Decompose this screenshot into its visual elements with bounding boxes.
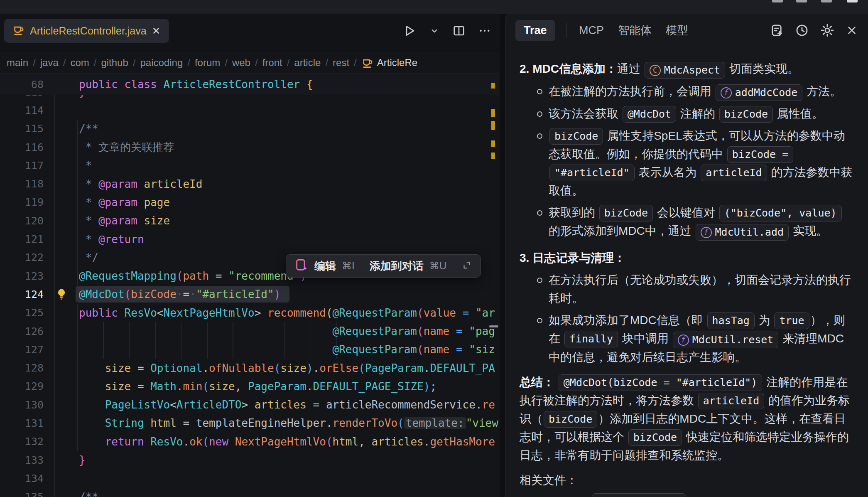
code-reference-chip[interactable]: fMdcUtil.reset xyxy=(673,332,779,348)
line-number[interactable]: 128 xyxy=(0,362,54,374)
code-line-120[interactable]: 120 * @param size xyxy=(0,212,500,230)
ai-tab-mcp[interactable]: MCP xyxy=(577,20,606,41)
split-editor-icon[interactable] xyxy=(452,24,466,37)
breadcrumb-file[interactable]: ArticleRe xyxy=(361,57,417,69)
code-line-119[interactable]: 119 * @param page xyxy=(0,193,500,212)
code-reference-chip[interactable]: hasTag xyxy=(707,312,755,329)
code-reference-chip[interactable]: true xyxy=(774,312,809,329)
breadcrumb-item[interactable]: front xyxy=(262,57,282,69)
line-number[interactable]: 116 xyxy=(0,141,54,153)
line-number[interactable]: 125 xyxy=(0,307,54,319)
edit-action-button[interactable]: 编辑 xyxy=(314,259,336,273)
code-reference-chip[interactable]: bizCode xyxy=(719,106,773,123)
code-line-130[interactable]: 130 PageListVo<ArticleDTO> articles = ar… xyxy=(0,396,500,414)
code-line-121[interactable]: 121 * @return xyxy=(0,230,500,248)
line-number[interactable]: 130 xyxy=(0,399,54,411)
breadcrumb-item[interactable]: rest xyxy=(333,57,349,69)
code-reference-chip[interactable]: bizCode xyxy=(549,128,603,145)
new-chat-icon[interactable] xyxy=(770,23,784,37)
chevron-down-icon[interactable] xyxy=(429,25,440,36)
breadcrumb-item[interactable]: main xyxy=(7,57,28,69)
code-line-134[interactable]: 134 xyxy=(0,469,500,487)
code-line-131[interactable]: 131 String html = templateEngineHelper.r… xyxy=(0,414,500,432)
code-reference-chip[interactable]: bizCode xyxy=(628,429,682,446)
code-text: size = Optional.ofNullable(size).orElse(… xyxy=(54,362,495,374)
code-line-124[interactable]: 124@MdcDot(bizCode·=·"#articleId") xyxy=(0,285,500,303)
code-line-127[interactable]: 127 @RequestParam(name = "siz xyxy=(0,340,500,359)
code-reference-chip[interactable]: articleId xyxy=(701,165,767,181)
code-reference-chip[interactable]: ("bizCode", value) xyxy=(719,205,842,221)
run-icon[interactable] xyxy=(402,24,417,38)
line-number[interactable]: 134 xyxy=(0,472,54,485)
code-reference-chip[interactable]: bizCode xyxy=(599,205,653,221)
line-number[interactable]: 113 xyxy=(0,95,54,98)
code-line-132[interactable]: 132 return ResVo.ok(new NextPageHtmlVo(h… xyxy=(0,433,500,451)
code-reference-chip[interactable]: @MdcDot xyxy=(623,106,676,123)
line-number[interactable]: 122 xyxy=(0,251,54,263)
line-number[interactable]: 132 xyxy=(0,435,54,448)
code-reference-chip[interactable]: finally xyxy=(564,331,618,347)
sticky-scroll-line[interactable]: 68public class ArticleRestController { xyxy=(0,74,500,95)
close-icon[interactable] xyxy=(846,24,858,37)
code-line-128[interactable]: 128 size = Optional.ofNullable(size).orE… xyxy=(0,359,500,377)
editor-tab-article-rest-controller[interactable]: ArticleRestController.java xyxy=(4,19,169,43)
code-reference-chip[interactable]: faddMdcCode xyxy=(716,84,803,101)
breadcrumb-item[interactable]: paicoding xyxy=(140,57,183,69)
code-reference-chip[interactable]: bizCode xyxy=(544,411,597,428)
line-number[interactable]: 68 xyxy=(0,79,54,91)
line-number[interactable]: 119 xyxy=(0,196,54,208)
line-number[interactable]: 117 xyxy=(0,160,54,172)
history-icon[interactable] xyxy=(795,23,809,37)
more-icon[interactable] xyxy=(478,24,491,37)
code-line-115[interactable]: 115/** xyxy=(0,120,500,138)
line-number[interactable]: 120 xyxy=(0,215,54,227)
code-line-126[interactable]: 126 @RequestParam(name = "pag xyxy=(0,322,500,340)
line-number[interactable]: 115 xyxy=(0,123,54,135)
line-number[interactable]: 126 xyxy=(0,325,54,337)
code-line-117[interactable]: 117 * xyxy=(0,156,500,175)
code-reference-chip[interactable]: fMdcUtil.add xyxy=(696,224,789,241)
breadcrumb-item[interactable]: article xyxy=(294,57,321,69)
ai-edit-icon xyxy=(294,258,309,274)
code-reference-chip[interactable]: articleId xyxy=(698,393,764,409)
close-tab-icon[interactable] xyxy=(152,26,161,35)
line-number[interactable]: 121 xyxy=(0,233,54,245)
code-line-133[interactable]: 133} xyxy=(0,451,500,469)
code-line-114[interactable]: 114 xyxy=(0,101,500,119)
line-number[interactable]: 131 xyxy=(0,417,54,429)
code-reference-chip[interactable]: bizCode = xyxy=(727,146,793,163)
lightbulb-icon[interactable] xyxy=(55,288,68,303)
settings-icon[interactable] xyxy=(820,23,835,38)
code-reference-chip[interactable]: MdcDot.java xyxy=(592,493,687,497)
line-number[interactable]: 118 xyxy=(0,178,54,190)
chat-paragraph: 相关文件： xyxy=(520,471,853,490)
breadcrumb-item[interactable]: forum xyxy=(195,57,220,69)
ai-chat-panel: TraeMCP智能体模型 2. MDC信息添加：通过 CMdcAspect 切面… xyxy=(505,14,868,497)
line-number[interactable]: 114 xyxy=(0,104,54,116)
line-number[interactable]: 127 xyxy=(0,344,54,356)
breadcrumb-item[interactable]: github xyxy=(101,57,128,69)
code-line-68[interactable]: 68public class ArticleRestController { xyxy=(0,74,500,95)
breadcrumb-item[interactable]: web xyxy=(232,57,250,69)
line-number[interactable]: 129 xyxy=(0,380,54,392)
line-number[interactable]: 123 xyxy=(0,270,54,282)
add-to-chat-button[interactable]: 添加到对话 xyxy=(370,259,424,273)
ai-tab-模型[interactable]: 模型 xyxy=(664,19,690,42)
code-line-118[interactable]: 118 * @param articleId xyxy=(0,175,500,193)
breadcrumb-item[interactable]: java xyxy=(40,57,59,69)
code-reference-chip[interactable]: @MdcDot(bizCode = "#articleId") xyxy=(559,374,763,391)
breadcrumb-item[interactable]: com xyxy=(70,57,89,69)
line-number[interactable]: 124 xyxy=(0,288,54,300)
code-line-113[interactable]: 113} xyxy=(0,95,500,101)
line-number[interactable]: 135 xyxy=(0,491,54,497)
code-line-129[interactable]: 129 size = Math.min(size, PageParam.DEFA… xyxy=(0,377,500,396)
code-line-135[interactable]: 135/** xyxy=(0,488,500,497)
code-reference-chip[interactable]: CMdcAspect xyxy=(645,62,725,79)
ai-tab-智能体[interactable]: 智能体 xyxy=(616,19,653,42)
line-number[interactable]: 133 xyxy=(0,454,54,466)
ai-tab-trae[interactable]: Trae xyxy=(515,20,555,41)
code-reference-chip[interactable]: "#articleId" xyxy=(549,165,635,181)
code-line-116[interactable]: 116 * 文章的关联推荐 xyxy=(0,138,500,156)
expand-corners-icon[interactable] xyxy=(461,260,472,272)
code-line-125[interactable]: 125public ResVo<NextPageHtmlVo> recommen… xyxy=(0,304,500,322)
